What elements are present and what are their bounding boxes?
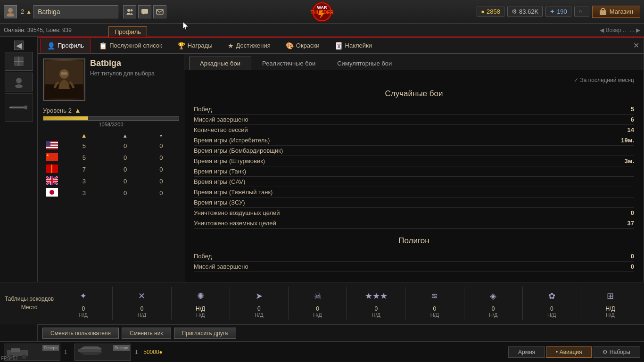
record-item: ✦ 0 Н/Д: [54, 287, 112, 320]
flag-table-row: 3 0 0: [43, 187, 179, 199]
tab-achievements-label: Достижения: [236, 42, 271, 49]
username-box[interactable]: Batbiga: [33, 5, 118, 18]
achievements-tab-icon: ★: [228, 42, 234, 49]
record-item: ✺ Н/Д Н/Д: [171, 287, 230, 320]
stat-row: Уничтожено наземных целей37: [194, 218, 634, 229]
player-icon[interactable]: [4, 5, 17, 18]
flag-wins: 7: [61, 164, 107, 175]
online-text: Онлайн: 39545, Боёв: 939: [4, 27, 72, 33]
shop-button[interactable]: Магазин: [592, 6, 640, 18]
stat-label: Время игры (CAV): [194, 178, 245, 185]
stat-label: Миссий завершено: [194, 263, 248, 270]
stat-row: Время игры (ЗСУ): [194, 197, 634, 208]
record-icon-1: ✕: [134, 288, 149, 304]
flag-wins: 3: [61, 175, 107, 187]
stat-row: Время игры (Истребитель)19м.: [194, 135, 634, 146]
action-bar: Сменить пользователя Сменить ник Приглас…: [38, 324, 644, 341]
flag-table-row: 5 0 0: [43, 152, 179, 164]
chat-icon-btn[interactable]: [138, 5, 151, 18]
top-bar-right: ● 2858 ⚙ 83.62K ✦ 190 ○ Магазин: [477, 6, 644, 18]
stickers-tab-icon: 🃏: [335, 42, 343, 49]
tab-achievements[interactable]: ★ Достижения: [221, 39, 278, 53]
profile-tooltip: Профиль: [108, 26, 147, 37]
player-details: Batbiga Нет титулов для выбора: [90, 58, 155, 77]
invite-friend-button[interactable]: Пригласить друга: [174, 328, 236, 339]
side-weapon-item[interactable]: [5, 93, 33, 122]
svg-point-15: [15, 84, 23, 88]
silver-value: 83.62K: [519, 8, 538, 15]
flag-deaths: 0: [143, 175, 179, 187]
vehicle-slot-2[interactable]: Резерв: [74, 344, 131, 361]
place-label: Место: [5, 304, 54, 311]
collapse-arrow-btn[interactable]: ◀: [14, 41, 24, 50]
mail-icon-btn[interactable]: [153, 5, 166, 18]
stat-label: Уничтожено воздушных целей: [194, 209, 280, 216]
fps-counter: FPS: 52: [1, 356, 18, 361]
awards-tab-icon: 🏆: [177, 42, 185, 49]
flag-kills: 0: [107, 175, 143, 187]
change-nick-button[interactable]: Сменить ник: [122, 328, 171, 339]
svg-rect-46: [11, 348, 20, 352]
tab-profile[interactable]: 👤 Профиль: [40, 39, 91, 53]
svg-rect-16: [10, 107, 25, 108]
record-item: ✕ 0 Н/Д: [112, 287, 171, 320]
record-item: ☠ 0 Н/Д: [288, 287, 347, 320]
stat-value: 0: [606, 209, 634, 216]
rank-arrow-icon: ▲: [26, 8, 32, 15]
stat-label: Время игры (Бомбардировщик): [194, 147, 283, 154]
presets-nav-btn[interactable]: ⚙ Наборы: [593, 346, 640, 358]
silver-icon: ⚙: [512, 8, 517, 15]
eagle-currency: ✦ 190: [545, 7, 571, 16]
stat-label: Побед: [194, 106, 212, 113]
stats-scroll-area[interactable]: ✓ За последний месяц Случайные бои Побед…: [184, 70, 644, 314]
flag-deaths: 0: [143, 140, 179, 152]
top-bar: 2 ▲ Batbiga: [0, 0, 644, 24]
nav-forward-icon[interactable]: ... ▶: [630, 27, 640, 33]
tab-stickers-label: Наклейки: [345, 42, 372, 49]
xp-fill: [43, 116, 88, 120]
tab-stickers[interactable]: 🃏 Наклейки: [328, 39, 379, 53]
nav-back-icon[interactable]: ◀ Возвр...: [600, 27, 626, 33]
army-nav-btn[interactable]: Армия: [508, 346, 545, 358]
flag-deaths: 0: [143, 187, 179, 199]
player-rank: 2: [21, 8, 24, 15]
tab-service[interactable]: 📋 Послужной список: [92, 39, 169, 53]
aviation-nav-btn[interactable]: • Авиация: [546, 346, 592, 358]
stat-label: Время игры (Штурмовик): [194, 157, 265, 165]
avatar-image: [44, 59, 84, 100]
stat-label: Побед: [194, 253, 212, 260]
polygon-title: Полигон: [194, 236, 634, 246]
shop-label: Магазин: [610, 8, 633, 15]
username-display: Batbiga: [38, 8, 60, 16]
slot-count-2: 1: [133, 349, 140, 355]
records-items: ✦ 0 Н/Д ✕ 0 Н/Д ✺ Н/Д Н/Д ➤ 0 Н/Д ☠ 0 Н/…: [54, 287, 639, 320]
svg-text:WAR: WAR: [317, 5, 327, 10]
stat-label: Время игры (Тяжёлый танк): [194, 189, 272, 196]
tab-awards[interactable]: 🏆 Награды: [170, 39, 220, 53]
svg-point-3: [131, 9, 133, 11]
flag-table-row: 5 0 0: [43, 140, 179, 152]
eagle-icon: ✦: [550, 8, 555, 15]
record-value-8: 0: [550, 305, 553, 312]
svg-point-0: [8, 8, 13, 13]
left-player-panel: Batbiga Нет титулов для выбора Уровень 2…: [38, 54, 184, 314]
flag-wins: 5: [61, 140, 107, 152]
side-icon-2[interactable]: [5, 73, 33, 91]
switch-user-button[interactable]: Сменить пользователя: [42, 328, 119, 339]
friends-icon-btn[interactable]: [123, 5, 136, 18]
tab-simulator-battles[interactable]: Симуляторные бои: [326, 57, 403, 70]
record-icon-3: ➤: [251, 288, 266, 304]
player-avatar: [43, 58, 85, 101]
close-panel-btn[interactable]: ✕: [630, 40, 642, 51]
second-bar: Онлайн: 39545, Боёв: 939 ◀ Возвр... ... …: [0, 24, 644, 37]
flag-cell: [43, 164, 61, 175]
war-thunder-logo: WAR THUNDER: [291, 0, 353, 24]
tab-skins[interactable]: 🎨 Окраски: [279, 39, 327, 53]
flag-col-header: [43, 131, 61, 140]
tab-realistic-battles[interactable]: Реалистичные бои: [251, 57, 326, 70]
level-line: Уровень 2 ▲: [43, 107, 179, 114]
tab-arcade-battles[interactable]: Аркадные бои: [189, 57, 251, 70]
profile-panel: 👤 Профиль 📋 Послужной список 🏆 Награды ★…: [38, 37, 644, 315]
svg-marker-50: [79, 346, 103, 349]
side-icon-1[interactable]: [5, 52, 33, 71]
